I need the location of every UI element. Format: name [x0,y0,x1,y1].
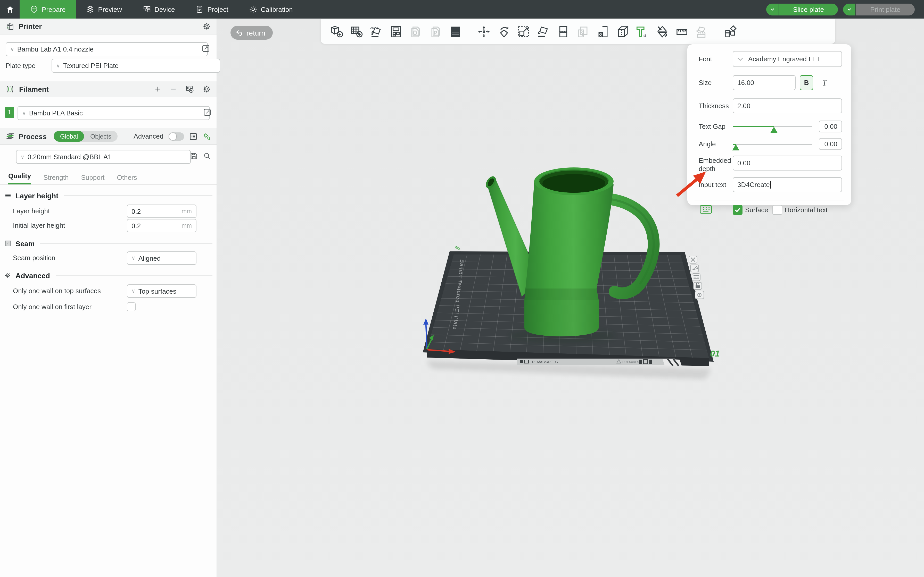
redo-button[interactable] [428,24,443,39]
color-paint-button[interactable] [654,24,670,39]
angle-slider[interactable] [733,144,812,145]
printer-settings-button[interactable] [203,22,211,31]
filament-slot-badge[interactable]: 1 [5,106,14,118]
text-gap-slider-thumb[interactable] [771,127,777,133]
size-input[interactable]: 16.00 [733,75,796,90]
horizontal-text-checkbox[interactable] [772,205,782,215]
orient-plate-button[interactable] [690,265,699,272]
search-settings-button[interactable] [203,152,212,160]
slice-options-dropdown[interactable] [766,3,779,15]
cut-button[interactable] [556,24,571,39]
plate-number-label: 01 [710,348,720,358]
lock-plate-button[interactable] [693,282,702,290]
tab-strength[interactable]: Strength [43,174,69,184]
return-button[interactable]: return [231,26,273,40]
seam-paint-button[interactable] [615,24,630,39]
angle-value-input[interactable]: 0.00 [819,138,842,150]
support-paint-icon [599,26,607,37]
add-filament-button[interactable] [154,85,162,93]
layer-height-input[interactable]: 0.2 mm [127,205,197,218]
edit-icon [203,108,212,116]
angle-slider-thumb[interactable] [732,144,740,150]
chevron-down-icon: ∨ [21,154,24,160]
add-model-button[interactable] [329,24,344,39]
move-button[interactable] [477,24,492,39]
surface-checkbox[interactable] [733,205,743,215]
print-plate-button[interactable]: Print plate [856,3,915,15]
filament-section-title: Filament [19,85,49,93]
parameter-filter-button[interactable] [203,132,211,140]
auto-orient-icon [373,27,381,34]
text-tool-button[interactable]: a [635,24,650,39]
scope-global-option[interactable]: Global [54,131,84,142]
initial-layer-height-input[interactable]: 0.2 mm [127,219,197,232]
input-text-field[interactable]: 3D4Create [733,177,842,192]
delete-plate-button[interactable] [689,256,697,263]
tab-project[interactable]: Project [185,0,239,19]
tab-support[interactable]: Support [81,174,104,184]
rotate-button[interactable] [496,24,512,39]
chevron-down-icon: ∨ [131,288,135,294]
split-objects-icon [731,26,736,31]
plate-type-value: Textured PEI Plate [63,62,119,69]
angle-label: Angle [699,140,716,148]
plate-settings-button[interactable] [695,291,704,299]
wall-first-layer-checkbox[interactable] [127,302,136,311]
seam-position-select[interactable]: ∨ Aligned [127,251,197,265]
font-select[interactable]: Academy Engraved LET [733,51,842,67]
italic-button[interactable]: T [818,76,831,90]
ams-sync-button[interactable] [185,85,194,93]
layer-height-label: Layer height [13,207,50,215]
wall-top-surfaces-select[interactable]: ∨ Top surfaces [127,284,197,298]
support-paint-button[interactable] [595,24,611,39]
gear-search-icon [203,132,211,140]
home-icon [5,5,14,14]
filament-edit-button[interactable] [203,108,212,116]
preview-icon [86,5,95,13]
plate-type-select[interactable]: ∨ Textured PEI Plate [52,59,220,73]
arrange-plate-button[interactable] [692,274,700,281]
bold-button[interactable]: B [800,75,813,90]
printer-preset-select[interactable]: ∨ Bambu Lab A1 0.4 nozzle [6,42,208,56]
thickness-input[interactable]: 2.00 [733,98,842,113]
wall-top-surfaces-value: Top surfaces [139,287,176,295]
tab-label: Device [154,5,175,13]
home-button[interactable] [0,0,19,19]
printer-edit-button[interactable] [202,44,210,53]
rotate-icon [501,30,507,37]
tab-preview[interactable]: Preview [76,0,132,19]
save-preset-button[interactable] [190,152,198,160]
measure-button[interactable] [674,24,690,39]
arrange-button[interactable] [389,24,404,39]
tab-calibration[interactable]: Calibration [239,0,303,19]
slice-plate-button[interactable]: Slice plate [779,3,838,15]
embedded-depth-input[interactable]: 0.00 [733,156,842,171]
lay-on-face-button[interactable] [536,24,551,39]
undo-button[interactable] [408,24,423,39]
tab-device[interactable]: Device [132,0,185,19]
bambu-studio-window: Prepare Preview Device Project Calibrati… [0,0,924,577]
filament-preset-select[interactable]: ∨ Bambu PLA Basic [18,106,210,120]
filament-settings-button[interactable] [203,85,211,93]
virtual-keyboard-button[interactable] [700,205,712,215]
text-gap-value-input[interactable]: 0.00 [819,121,842,132]
advanced-mode-toggle[interactable] [169,132,184,140]
process-preset-select[interactable]: ∨ 0.20mm Standard @BBL A1 [16,150,191,164]
remove-filament-button[interactable] [170,85,177,93]
add-plate-button[interactable] [349,24,364,39]
seam-position-value: Aligned [139,254,161,262]
print-options-dropdown[interactable] [843,3,855,15]
assembly-button[interactable] [694,24,709,39]
viewport-3d[interactable]: PLA/ABS/PETG HOT SURFACE Bambu Textured … [216,19,924,577]
boolean-button[interactable] [575,24,591,39]
parameter-list-button[interactable] [189,132,197,140]
tab-prepare[interactable]: Prepare [19,0,76,19]
variable-layer-height-button[interactable] [448,24,463,39]
scale-button[interactable] [516,24,531,39]
auto-orient-button[interactable]: AUTO [369,24,384,39]
split-objects-button[interactable] [723,24,738,39]
text-gap-slider[interactable] [733,126,812,127]
tab-quality[interactable]: Quality [8,172,31,184]
tab-others[interactable]: Others [117,174,137,184]
scope-objects-option[interactable]: Objects [84,131,117,142]
